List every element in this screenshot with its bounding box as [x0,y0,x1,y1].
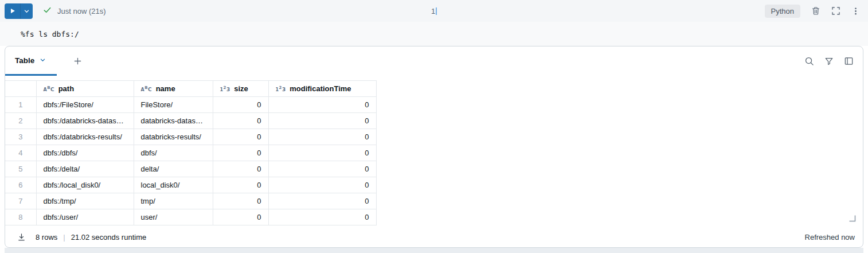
cell-size[interactable]: 0 [213,193,268,209]
row-number: 3 [5,129,36,145]
results-tab-bar: Table [5,46,863,76]
row-number: 5 [5,161,36,177]
table-row[interactable]: 4 dbfs:/dbfs/ dbfs/ 0 0 [5,145,376,161]
column-header-name[interactable]: ABCname [134,81,213,97]
search-icon[interactable] [804,56,814,66]
cell-name[interactable]: tmp/ [134,193,213,209]
table-row[interactable]: 2 dbfs:/databricks-dataset… databricks-d… [5,113,376,129]
table-row[interactable]: 5 dbfs:/delta/ delta/ 0 0 [5,161,376,177]
fullscreen-icon[interactable] [831,6,840,15]
cell-name[interactable]: databricks-dataset… [134,113,213,129]
results-table: ABCpath ABCname 123size 123modificationT… [5,80,863,225]
cell-name[interactable]: databricks-results/ [134,129,213,145]
row-number: 8 [5,209,36,225]
cell-modificationTime[interactable]: 0 [268,177,376,193]
code-editor[interactable]: %fs ls dbfs:/ [0,22,868,46]
number-type-icon: 123 [220,86,230,92]
cell-name[interactable]: delta/ [134,161,213,177]
cell-name[interactable]: user/ [134,209,213,225]
table-row[interactable]: 3 dbfs:/databricks-results/ databricks-r… [5,129,376,145]
string-type-icon: ABC [141,86,152,92]
cell-size[interactable]: 0 [213,161,268,177]
tab-table-label: Table [15,56,34,65]
cell-size[interactable]: 0 [213,209,268,225]
language-selector[interactable]: Python [765,5,800,18]
runtime-text: 21.02 seconds runtime [71,233,147,242]
cell-header: Just now (21s) 1 Python [0,0,868,22]
cell-modificationTime[interactable]: 0 [268,161,376,177]
number-type-icon: 123 [276,86,286,92]
cell-modificationTime[interactable]: 0 [268,97,376,113]
filter-icon[interactable] [824,57,834,66]
cell-name[interactable]: FileStore/ [134,97,213,113]
add-visualization-button[interactable] [71,55,84,68]
run-options-chevron-down-icon[interactable] [20,3,33,19]
table-row[interactable]: 6 dbfs:/local_disk0/ local_disk0/ 0 0 [5,177,376,193]
cell-path[interactable]: dbfs:/delta/ [36,161,134,177]
refreshed-status: Refreshed now [805,233,855,242]
cell-size[interactable]: 0 [213,129,268,145]
cell-modificationTime[interactable]: 0 [268,145,376,161]
row-number-header [5,81,36,97]
row-number: 6 [5,177,36,193]
cell-modificationTime[interactable]: 0 [268,209,376,225]
row-number: 1 [5,97,36,113]
cell-modificationTime[interactable]: 0 [268,193,376,209]
run-status: Just now (21s) [43,6,106,17]
cell-path[interactable]: dbfs:/user/ [36,209,134,225]
tab-table[interactable]: Table [5,46,57,76]
cell-path[interactable]: dbfs:/dbfs/ [36,145,134,161]
cell-path[interactable]: dbfs:/databricks-results/ [36,129,134,145]
text-cursor [436,7,437,15]
code-line[interactable]: %fs ls dbfs:/ [0,30,79,38]
cell-path[interactable]: dbfs:/databricks-dataset… [36,113,134,129]
side-panel-icon[interactable] [844,56,854,66]
results-footer: 8 rows | 21.02 seconds runtime Refreshed… [5,227,863,247]
table-row[interactable]: 7 dbfs:/tmp/ tmp/ 0 0 [5,193,376,209]
cell-path[interactable]: dbfs:/FileStore/ [36,97,134,113]
run-cell-button[interactable] [5,3,33,19]
column-header-path[interactable]: ABCpath [36,81,134,97]
row-number: 4 [5,145,36,161]
cell-path[interactable]: dbfs:/tmp/ [36,193,134,209]
cell-size[interactable]: 0 [213,145,268,161]
row-number: 7 [5,193,36,209]
cell-modificationTime[interactable]: 0 [268,129,376,145]
cell-name[interactable]: dbfs/ [134,145,213,161]
run-status-text: Just now (21s) [57,7,106,15]
cell-size[interactable]: 0 [213,177,268,193]
table-row[interactable]: 1 dbfs:/FileStore/ FileStore/ 0 0 [5,97,376,113]
footer-separator: | [63,233,65,242]
cell-path[interactable]: dbfs:/local_disk0/ [36,177,134,193]
cell-number: 1 [0,7,868,15]
row-number: 2 [5,113,36,129]
cell-size[interactable]: 0 [213,113,268,129]
check-icon [43,6,52,17]
cell-name[interactable]: local_disk0/ [134,177,213,193]
string-type-icon: ABC [44,86,54,92]
play-icon[interactable] [5,3,20,19]
output-resize-handle[interactable] [849,215,856,222]
results-panel: Table [5,46,863,248]
cell-size[interactable]: 0 [213,97,268,113]
cell-modificationTime[interactable]: 0 [268,113,376,129]
column-header-size[interactable]: 123size [213,81,268,97]
chevron-down-icon[interactable] [40,55,46,65]
column-header-modificationTime[interactable]: 123modificationTime [268,81,376,97]
page-background-strip [5,248,863,253]
download-icon[interactable] [17,233,26,242]
kebab-menu-icon[interactable] [851,7,860,15]
table-header-row: ABCpath ABCname 123size 123modificationT… [5,81,376,97]
table-row[interactable]: 8 dbfs:/user/ user/ 0 0 [5,209,376,225]
row-count: 8 rows [36,233,57,242]
results-region: Table [0,46,868,253]
trash-icon[interactable] [811,6,820,15]
